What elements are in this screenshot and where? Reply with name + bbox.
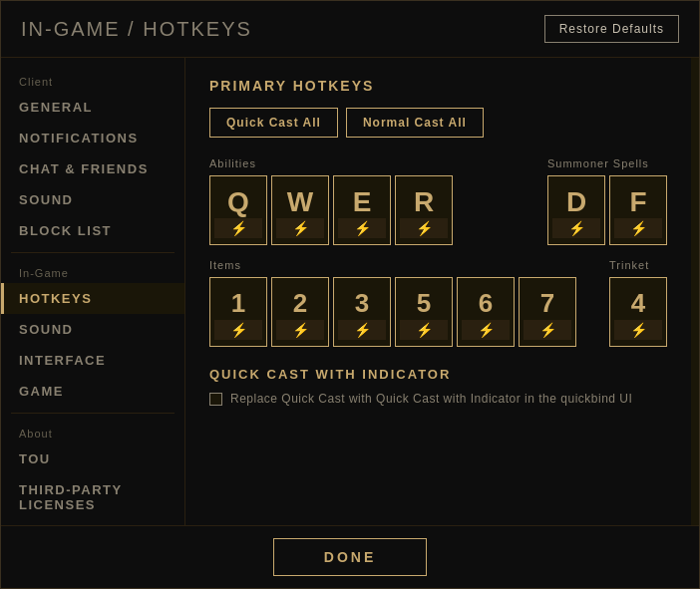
key-e-letter: E — [353, 188, 372, 216]
sidebar-item-sound-client[interactable]: SOUND — [1, 184, 184, 215]
key-e-icon: ⚡ — [338, 218, 386, 238]
sidebar: Client GENERAL NOTIFICATIONS CHAT & FRIE… — [1, 58, 185, 525]
page-title: IN-GAME / HOTKEYS — [21, 18, 252, 41]
sidebar-item-block-list[interactable]: BLOCK LIST — [1, 215, 184, 246]
abilities-label: Abilities — [209, 157, 453, 169]
breadcrumb-current: HOTKEYS — [143, 18, 252, 40]
sidebar-item-interface[interactable]: INTERFACE — [1, 345, 184, 376]
key-1[interactable]: 1 ⚡ — [209, 277, 267, 347]
key-4-number: 4 — [631, 290, 645, 316]
abilities-keys: Q ⚡ W ⚡ E ⚡ R — [209, 175, 453, 245]
header: IN-GAME / HOTKEYS Restore Defaults — [1, 1, 699, 58]
items-label: Items — [209, 259, 576, 271]
trinket-keys: 4 ⚡ — [609, 277, 667, 347]
footer: DONE — [1, 525, 699, 588]
key-1-number: 1 — [231, 290, 245, 316]
normal-cast-all-button[interactable]: Normal Cast All — [346, 108, 484, 138]
qcwi-section: QUICK CAST WITH INDICATOR Replace Quick … — [209, 367, 667, 406]
sidebar-item-chat-friends[interactable]: CHAT & FRIENDS — [1, 153, 184, 184]
sidebar-item-hotkeys[interactable]: HOTKEYS — [1, 283, 184, 314]
items-row: Items 1 ⚡ 2 ⚡ 3 — [209, 259, 667, 347]
items-group: Items 1 ⚡ 2 ⚡ 3 — [209, 259, 576, 347]
summoner-group: Summoner Spells D ⚡ F ⚡ — [547, 157, 667, 245]
key-r-letter: R — [414, 188, 434, 216]
key-5-number: 5 — [417, 290, 431, 316]
key-w-icon: ⚡ — [276, 218, 324, 238]
breadcrumb-separator: / — [121, 18, 144, 40]
trinket-label: Trinket — [609, 259, 667, 271]
sidebar-section-ingame: In-Game — [1, 259, 184, 283]
sidebar-divider-1 — [11, 252, 175, 253]
key-q[interactable]: Q ⚡ — [209, 175, 267, 245]
sidebar-divider-2 — [11, 413, 175, 414]
sidebar-item-general[interactable]: GENERAL — [1, 92, 184, 123]
key-7[interactable]: 7 ⚡ — [519, 277, 576, 347]
key-2-number: 2 — [293, 290, 307, 316]
quick-cast-all-button[interactable]: Quick Cast All — [209, 108, 338, 138]
sidebar-section-client: Client — [1, 68, 184, 92]
key-6-number: 6 — [479, 290, 493, 316]
key-d[interactable]: D ⚡ — [547, 175, 605, 245]
qcwi-title: QUICK CAST WITH INDICATOR — [209, 367, 667, 382]
key-q-letter: Q — [227, 188, 249, 216]
qcwi-label: Replace Quick Cast with Quick Cast with … — [230, 392, 632, 406]
key-f-icon: ⚡ — [614, 218, 662, 238]
primary-hotkeys-title: PRIMARY HOTKEYS — [209, 78, 667, 94]
abilities-group: Abilities Q ⚡ W ⚡ E — [209, 157, 453, 245]
key-2[interactable]: 2 ⚡ — [271, 277, 329, 347]
key-e[interactable]: E ⚡ — [333, 175, 391, 245]
key-q-icon: ⚡ — [214, 218, 262, 238]
sidebar-section-about: About — [1, 420, 184, 443]
key-7-icon: ⚡ — [524, 320, 571, 340]
abilities-row: Abilities Q ⚡ W ⚡ E — [209, 157, 667, 245]
key-d-letter: D — [566, 188, 586, 216]
key-f[interactable]: F ⚡ — [609, 175, 667, 245]
key-5-icon: ⚡ — [400, 320, 448, 340]
key-6[interactable]: 6 ⚡ — [457, 277, 515, 347]
sidebar-item-third-party[interactable]: THIRD-PARTY LICENSES — [1, 474, 184, 520]
key-6-icon: ⚡ — [462, 320, 510, 340]
summoner-keys: D ⚡ F ⚡ — [547, 175, 667, 245]
restore-defaults-button[interactable]: Restore Defaults — [544, 15, 679, 43]
content-area: PRIMARY HOTKEYS Quick Cast All Normal Ca… — [185, 58, 691, 525]
key-3-icon: ⚡ — [338, 320, 386, 340]
items-keys: 1 ⚡ 2 ⚡ 3 ⚡ 5 — [209, 277, 576, 347]
key-7-number: 7 — [540, 290, 554, 316]
key-w[interactable]: W ⚡ — [271, 175, 329, 245]
key-w-letter: W — [287, 188, 313, 216]
key-3-number: 3 — [355, 290, 369, 316]
key-4-icon: ⚡ — [614, 320, 662, 340]
qcwi-row: Replace Quick Cast with Quick Cast with … — [209, 392, 667, 406]
qcwi-checkbox[interactable] — [209, 393, 222, 406]
sidebar-item-notifications[interactable]: NOTIFICATIONS — [1, 123, 184, 153]
key-4[interactable]: 4 ⚡ — [609, 277, 667, 347]
key-f-letter: F — [629, 188, 646, 216]
key-r-icon: ⚡ — [400, 218, 448, 238]
sidebar-item-game[interactable]: GAME — [1, 376, 184, 407]
key-d-icon: ⚡ — [552, 218, 600, 238]
main-layout: Client GENERAL NOTIFICATIONS CHAT & FRIE… — [1, 58, 699, 525]
key-r[interactable]: R ⚡ — [395, 175, 453, 245]
summoner-label: Summoner Spells — [547, 157, 667, 169]
key-2-icon: ⚡ — [276, 320, 324, 340]
key-3[interactable]: 3 ⚡ — [333, 277, 391, 347]
key-5[interactable]: 5 ⚡ — [395, 277, 453, 347]
breadcrumb-prefix: IN-GAME — [21, 18, 121, 40]
cast-buttons-row: Quick Cast All Normal Cast All — [209, 108, 667, 138]
trinket-group: Trinket 4 ⚡ — [609, 259, 667, 347]
scrollbar-track[interactable] — [691, 58, 699, 525]
done-button[interactable]: DONE — [273, 538, 427, 576]
sidebar-item-tou[interactable]: TOU — [1, 443, 184, 474]
key-1-icon: ⚡ — [214, 320, 262, 340]
sidebar-item-sound-ingame[interactable]: SOUND — [1, 314, 184, 345]
